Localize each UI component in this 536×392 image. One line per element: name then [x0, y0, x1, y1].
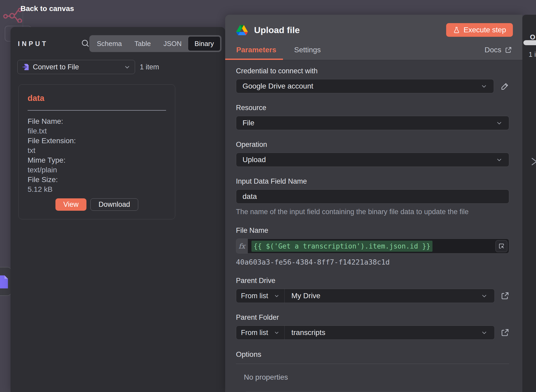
binary-key-title: data: [28, 94, 166, 103]
parent-folder-open-link[interactable]: [501, 328, 509, 337]
parent-folder-value-select[interactable]: transcripts: [285, 326, 494, 339]
expression-text: {{ $('Get a transcription').item.json.id…: [251, 241, 432, 252]
tab-parameters[interactable]: Parameters: [236, 46, 276, 54]
input-panel-title: INPUT: [18, 40, 48, 48]
card-divider: [28, 110, 166, 111]
tab-json[interactable]: JSON: [157, 36, 188, 51]
execute-step-label: Execute step: [463, 26, 506, 34]
chevron-down-icon: [124, 64, 131, 70]
chevron-down-icon: [496, 120, 503, 126]
tab-table[interactable]: Table: [128, 36, 157, 51]
operation-field: Operation Upload: [236, 141, 509, 167]
output-scrollbar-handle[interactable]: [523, 40, 536, 45]
resource-select[interactable]: File: [236, 116, 509, 130]
input-items-count: 1 item: [140, 63, 159, 71]
options-label: Options: [236, 350, 509, 359]
output-panel-partial: O 1 it: [522, 15, 536, 392]
input-source-label: Convert to File: [33, 63, 120, 71]
credential-label: Credential to connect with: [236, 67, 509, 75]
chevron-down-icon: [481, 329, 488, 336]
parent-drive-value: My Drive: [291, 292, 320, 300]
parent-drive-value-select[interactable]: My Drive: [285, 289, 494, 303]
node-tabs: Parameters Settings Docs: [236, 40, 512, 60]
input-data-field-name-help: The name of the input field containing t…: [236, 208, 509, 216]
tab-settings[interactable]: Settings: [294, 46, 321, 54]
parent-folder-mode-select[interactable]: From list: [236, 326, 285, 339]
input-source-row: Convert to File 1 item: [17, 60, 159, 74]
expand-icon: [498, 243, 505, 249]
binary-data-card: data File Name: file.txt File Extension:…: [18, 84, 175, 219]
chevron-down-icon: [481, 292, 488, 299]
input-source-select[interactable]: Convert to File: [17, 60, 135, 74]
parent-folder-label: Parent Folder: [236, 313, 509, 322]
docs-label: Docs: [485, 46, 501, 54]
field-label: File Extension:: [28, 136, 166, 146]
workflow-icon: [3, 6, 23, 24]
file-name-field: File Name fx {{ $('Get a transcription')…: [236, 226, 509, 266]
chevron-down-icon: [496, 156, 503, 163]
parent-drive-field: Parent Drive From list My Drive: [236, 277, 509, 303]
field-value: txt: [28, 146, 166, 155]
view-button[interactable]: View: [55, 198, 86, 211]
chevron-right-icon[interactable]: [530, 157, 536, 167]
parent-drive-mode-select[interactable]: From list: [236, 289, 285, 303]
parent-drive-mode: From list: [241, 292, 268, 300]
external-link-icon: [501, 328, 509, 337]
field-label: Mime Type:: [28, 155, 166, 165]
operation-select[interactable]: Upload: [236, 153, 509, 167]
field-value: file.txt: [28, 126, 166, 136]
options-empty-text: No properties: [244, 373, 509, 381]
field-value: 5.12 kB: [28, 184, 166, 194]
parent-folder-locator: From list transcripts: [236, 326, 495, 340]
output-items-count: 1 it: [529, 50, 536, 59]
node-parameters-body: Credential to connect with Google Drive …: [225, 60, 522, 392]
credential-field: Credential to connect with Google Drive …: [236, 67, 509, 93]
canvas-node-partial[interactable]: [0, 267, 12, 296]
credential-select[interactable]: Google Drive account: [236, 79, 494, 93]
convert-to-file-icon: [22, 63, 29, 71]
binary-fields: File Name: file.txt File Extension: txt …: [28, 116, 166, 194]
parent-folder-field: Parent Folder From list transcripts: [236, 313, 509, 340]
flask-icon: [453, 27, 460, 34]
file-icon: [0, 275, 11, 290]
chevron-down-icon: [274, 293, 280, 299]
chevron-down-icon: [481, 83, 487, 90]
resource-field: Resource File: [236, 104, 509, 130]
binary-card-actions: View Download: [19, 198, 175, 211]
tab-binary[interactable]: Binary: [188, 36, 220, 51]
node-detail-panel: Upload file Execute step Parameters Sett…: [225, 15, 522, 392]
operation-value: Upload: [243, 156, 266, 164]
expression-expand-button[interactable]: [496, 240, 507, 252]
download-button[interactable]: Download: [90, 198, 138, 211]
input-view-tabs: Schema Table JSON Binary: [89, 35, 221, 52]
file-name-label: File Name: [236, 226, 509, 235]
parent-drive-label: Parent Drive: [236, 277, 509, 285]
file-name-expression-input[interactable]: {{ $('Get a transcription').item.json.id…: [248, 239, 509, 254]
expression-fx-badge[interactable]: fx: [236, 239, 248, 254]
node-header: Upload file Execute step Parameters Sett…: [225, 15, 522, 60]
external-link-icon: [505, 47, 512, 54]
operation-label: Operation: [236, 141, 509, 149]
credential-value: Google Drive account: [243, 82, 313, 90]
external-link-icon: [501, 292, 509, 300]
back-to-canvas-button[interactable]: Back to canvas: [20, 4, 74, 13]
chevron-down-icon: [274, 330, 280, 336]
parent-folder-mode: From list: [241, 329, 268, 337]
parent-drive-open-link[interactable]: [501, 292, 509, 300]
tab-schema[interactable]: Schema: [90, 36, 128, 51]
field-label: File Name:: [28, 116, 166, 126]
input-data-field-name-input[interactable]: data: [236, 189, 509, 204]
options-section: Options No properties Add option: [236, 350, 509, 392]
input-panel-header: INPUT Schema Table JSON Binary: [18, 35, 222, 52]
node-title: Upload file: [254, 25, 300, 35]
search-icon[interactable]: [81, 39, 90, 49]
execute-step-button[interactable]: Execute step: [446, 23, 513, 37]
google-drive-icon: [236, 25, 248, 35]
options-divider: [236, 364, 509, 364]
resource-value: File: [243, 119, 254, 127]
edit-pencil-icon[interactable]: [501, 82, 509, 90]
expression-result: 40a603a3-fe56-4384-8ff7-f14221a38c1d: [236, 258, 509, 266]
parent-folder-value: transcripts: [291, 328, 325, 337]
docs-link[interactable]: Docs: [485, 46, 512, 54]
input-panel: INPUT Schema Table JSON Binary: [11, 27, 225, 392]
